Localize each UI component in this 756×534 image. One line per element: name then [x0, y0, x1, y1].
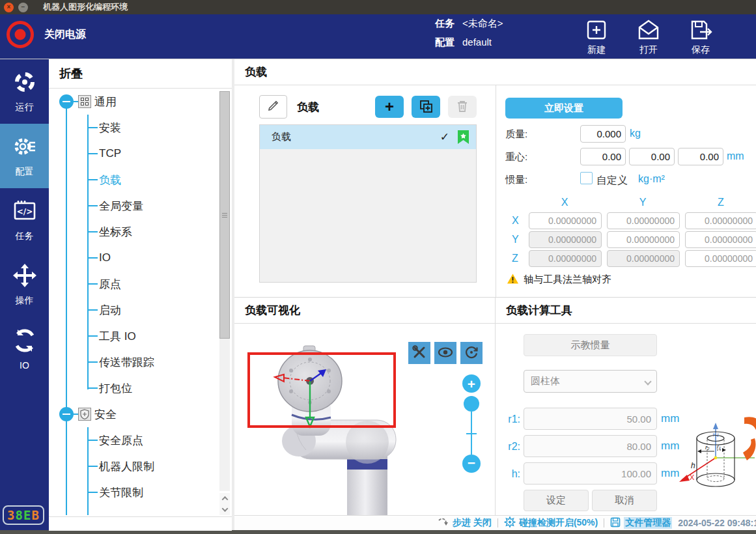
matrix-col-z: Z: [708, 197, 734, 208]
viz-rotate-button[interactable]: [460, 342, 483, 364]
save-button[interactable]: 保存: [688, 19, 713, 56]
collapse-minus-icon[interactable]: [59, 94, 74, 109]
tree-item-tcp[interactable]: TCP: [49, 141, 232, 167]
payload-settings-panel: 立即设置 质量: kg 重心: mm 惯量: 自定义: [496, 85, 756, 297]
window-minimize-button[interactable]: −: [18, 3, 28, 12]
tree-group-safety[interactable]: 安全: [49, 401, 232, 427]
cancel-button[interactable]: 取消: [592, 490, 657, 511]
r2-input[interactable]: [524, 435, 657, 457]
r1-label: r1:: [503, 414, 520, 425]
cog-y-input[interactable]: [629, 148, 675, 165]
tree-item-tool-io[interactable]: 工具 IO: [49, 323, 232, 349]
collision-detection-status[interactable]: 碰撞检测开启(50%): [504, 516, 598, 529]
tree-item-origin[interactable]: 原点: [49, 271, 232, 297]
rename-payload-button[interactable]: [259, 95, 287, 119]
open-button[interactable]: 打开: [636, 19, 661, 56]
tree-item-coord-system[interactable]: 坐标系: [49, 219, 232, 245]
matrix-col-y: Y: [630, 197, 656, 208]
payload-list-item[interactable]: 负载 ✓: [260, 125, 476, 149]
matrix-yy-input[interactable]: [607, 231, 680, 248]
bookmark-star-icon: [457, 130, 469, 145]
matrix-xz-input[interactable]: [685, 212, 756, 229]
power-label: 关闭电源: [44, 28, 86, 42]
matrix-yx-input: [529, 231, 602, 248]
save-icon: [688, 19, 713, 42]
matrix-zy-input: [607, 250, 680, 267]
tree-item-payload[interactable]: 负载: [49, 167, 232, 193]
h-label: h:: [503, 468, 520, 480]
r1-input[interactable]: [524, 408, 657, 430]
payload-visualization-panel: 负载可视化: [234, 298, 496, 515]
tree-item-robot-limits[interactable]: 机器人限制: [49, 453, 232, 479]
step-mode-status[interactable]: 步进 关闭: [438, 517, 492, 529]
copy-payload-button[interactable]: [412, 96, 440, 118]
tree-scrollbar[interactable]: [219, 91, 230, 491]
sidebar-item-config[interactable]: 配置: [0, 124, 49, 188]
mass-unit: kg: [630, 128, 641, 139]
sidebar-item-run[interactable]: 运行: [0, 59, 49, 124]
statusbar-divider: [604, 518, 604, 527]
tree-item-safety-origin[interactable]: 安全原点: [49, 427, 232, 453]
shape-select[interactable]: 圆柱体: [524, 370, 657, 393]
payload-section-title: 负载: [234, 59, 756, 85]
sidebar-item-io[interactable]: IO: [0, 317, 49, 382]
cog-z-input[interactable]: [678, 148, 723, 165]
tree-item-joint-limits[interactable]: 关节限制: [49, 479, 232, 505]
viz-visibility-button[interactable]: [434, 342, 456, 364]
viz-tools-button[interactable]: [408, 342, 430, 364]
teach-inertia-button[interactable]: 示教惯量: [524, 334, 657, 356]
eye-icon: [438, 345, 453, 361]
tree-scrollbar-thumb[interactable]: [219, 91, 230, 339]
tree-collapse-header[interactable]: 折叠: [49, 59, 232, 89]
collapse-minus-icon[interactable]: [59, 407, 74, 421]
power-icon[interactable]: [7, 21, 34, 48]
tree-panel-footer: [49, 516, 232, 531]
payload-list: 负载 ✓: [259, 124, 477, 283]
zoom-in-button[interactable]: +: [462, 374, 481, 393]
sidebar-item-task[interactable]: </> 任务: [0, 188, 49, 253]
tree-item-install[interactable]: 安装: [49, 115, 232, 141]
header-actions: 新建 打开 保存: [584, 19, 713, 56]
tree-item-packing[interactable]: 打包位: [49, 375, 232, 401]
viz-section-title: 负载可视化: [234, 298, 495, 324]
config-tree-panel: 折叠 通用 安装 TCP 负载 全局变量 坐标系 IO 原点 启动: [49, 59, 234, 530]
collision-icon: [504, 516, 516, 529]
tree-item-startup[interactable]: 启动: [49, 297, 232, 323]
scroll-down-button[interactable]: [219, 504, 230, 515]
matrix-xy-input[interactable]: [607, 212, 680, 229]
zoom-out-button[interactable]: −: [462, 455, 481, 473]
add-payload-button[interactable]: +: [375, 96, 404, 118]
h-input[interactable]: [524, 462, 657, 485]
statusbar-divider: [497, 518, 498, 527]
tree-item-io[interactable]: IO: [49, 245, 232, 271]
matrix-xx-input[interactable]: [529, 212, 602, 229]
new-file-icon: [584, 19, 609, 42]
status-code-badge: 38EB: [3, 505, 44, 525]
delete-payload-button[interactable]: [448, 96, 477, 118]
power-control[interactable]: 关闭电源: [7, 21, 86, 48]
apply-now-button[interactable]: 立即设置: [505, 98, 623, 119]
sidebar-item-operate[interactable]: 操作: [0, 253, 49, 317]
window-close-button[interactable]: ×: [4, 3, 14, 12]
zoom-slider-handle[interactable]: [464, 396, 479, 412]
set-button[interactable]: 设定: [524, 490, 589, 511]
safety-shield-icon: [78, 408, 91, 421]
mass-input[interactable]: [580, 125, 626, 143]
chevron-down-icon: [644, 378, 651, 385]
file-manager-icon: [610, 517, 621, 529]
custom-inertia-checkbox[interactable]: [580, 172, 593, 184]
scroll-up-button[interactable]: [219, 493, 230, 504]
cog-x-input[interactable]: [580, 148, 626, 165]
matrix-zx-input: [529, 250, 602, 267]
tree-item-conveyor[interactable]: 传送带跟踪: [49, 349, 232, 375]
new-button[interactable]: 新建: [584, 19, 609, 56]
matrix-zz-input[interactable]: [685, 250, 756, 267]
tree-item-global-vars[interactable]: 全局变量: [49, 193, 232, 219]
file-manager-button[interactable]: 文件管理器: [610, 517, 672, 529]
viz-toolbar: [408, 342, 483, 364]
tree-group-general[interactable]: 通用: [49, 89, 232, 115]
matrix-yz-input[interactable]: [685, 231, 756, 248]
cog-unit: mm: [727, 150, 744, 162]
payload-calculator-panel: 负载计算工具 示教惯量 圆柱体 r1: mm r2:: [496, 298, 756, 515]
calc-section-title: 负载计算工具: [496, 298, 756, 324]
